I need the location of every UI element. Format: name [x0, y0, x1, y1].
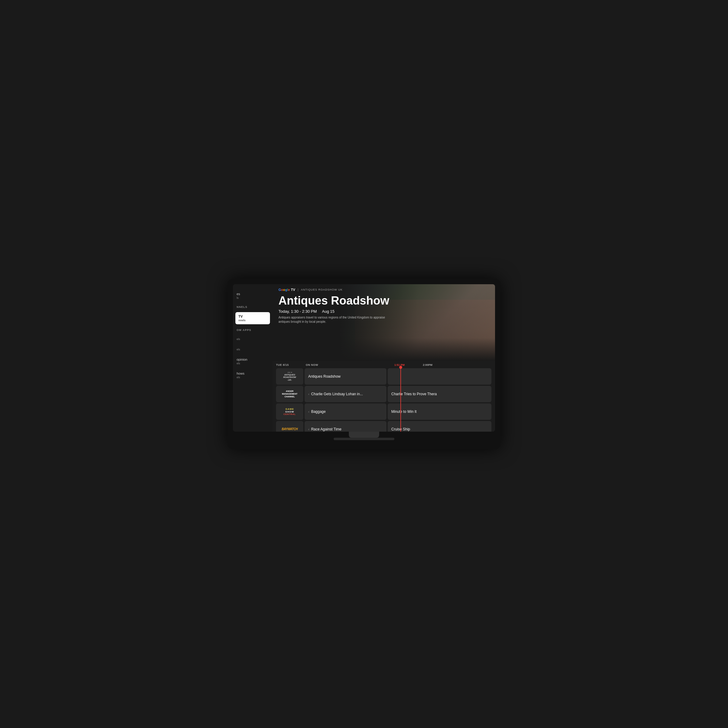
sidebar-shows-sublabel: els — [237, 376, 269, 379]
sidebar-item-apps-sublabel: els — [237, 338, 269, 341]
program-antiques-current-text: Antiques Roadshow — [308, 374, 341, 379]
program-antiques-current[interactable]: Antiques Roadshow — [304, 368, 387, 385]
google-logo-e: e — [288, 288, 290, 292]
program-baywatch-current[interactable]: ‹ Race Against Time — [304, 421, 387, 432]
hero-date-text: Aug 15 — [322, 309, 335, 314]
program-gameshow-current-text: Baggage — [311, 410, 326, 414]
sidebar-opinion-sublabel: els — [237, 362, 269, 365]
anger-logo-text: ANGER MANAGEMENT CHANNEL — [282, 390, 298, 398]
sidebar-shows-label: hows — [237, 372, 245, 375]
sidebar-item-sublabel: ls — [237, 296, 269, 300]
header-divider: | — [298, 288, 298, 292]
program-anger-current[interactable]: ‹ Charlie Gets Lindsay Lohan in... — [304, 386, 387, 402]
sidebar-item-item2[interactable]: els — [233, 346, 272, 353]
sidebar-item-label: es — [237, 292, 240, 296]
program-anger-current-text: Charlie Gets Lindsay Lohan in... — [311, 392, 363, 396]
google-logo-g: G — [278, 288, 281, 292]
sidebar-item-tv-sublabel: nnels — [239, 319, 267, 322]
main-content: Google TV | ANTIQUES ROADSHOW UK Antique… — [272, 284, 495, 432]
program-baywatch-next[interactable]: Cruise Ship — [388, 421, 491, 432]
guide-section: TUE 8/15 ON NOW 1:51 PM 2:00PM ✦✦✦ ANTIQ… — [272, 361, 495, 432]
gameshow-game-text: GAME — [286, 408, 294, 410]
antiques-logo-text: ✦✦✦ ANTIQUES ROADSHOW -UK- — [282, 370, 297, 382]
hero-content: Google TV | ANTIQUES ROADSHOW UK Antique… — [272, 284, 495, 327]
sidebar-item-item2-sublabel: els — [237, 348, 269, 351]
tv-screen: es ls NNELS TV nnels OM APPS els els opi… — [233, 284, 495, 432]
sidebar: es ls NNELS TV nnels OM APPS els els opi… — [233, 284, 272, 432]
google-tv-header: Google TV | ANTIQUES ROADSHOW UK — [278, 288, 489, 292]
guide-next-time: 2:00PM — [423, 363, 433, 366]
hero-section: Google TV | ANTIQUES ROADSHOW UK Antique… — [272, 284, 495, 361]
guide-row-gameshow: GAME SHOW CENTRAL ‹ Baggage Minute to Wi… — [276, 404, 491, 420]
gameshow-show-text: SHOW — [286, 410, 294, 413]
hero-time: Today, 1:30 - 2:30 PM Aug 15 — [278, 309, 489, 314]
guide-row-anger: ANGER MANAGEMENT CHANNEL ‹ Charlie Gets … — [276, 386, 491, 402]
program-anger-next[interactable]: Charlie Tries to Prove Thera — [388, 386, 491, 402]
sidebar-item-tv[interactable]: TV nnels — [236, 312, 270, 324]
guide-header: TUE 8/15 ON NOW 1:51 PM 2:00PM — [276, 361, 491, 368]
channel-logo-antiques[interactable]: ✦✦✦ ANTIQUES ROADSHOW -UK- — [276, 368, 303, 385]
channel-logo-gameshow[interactable]: GAME SHOW CENTRAL — [276, 404, 303, 420]
program-anger-next-text: Charlie Tries to Prove Thera — [391, 392, 437, 396]
baywatch-logo-text: BAYWATCH — [282, 427, 298, 431]
sidebar-item-shows[interactable]: hows els — [233, 370, 272, 381]
guide-onnow-header: ON NOW — [303, 363, 385, 366]
program-gameshow-next[interactable]: Minute to Win It — [388, 404, 491, 420]
sidebar-section-apps: OM APPS — [233, 327, 272, 332]
google-logo-g2: g — [285, 288, 287, 292]
sidebar-section-channels: NNELS — [233, 304, 272, 309]
sidebar-item-es[interactable]: es ls — [233, 290, 272, 301]
chevron-icon-gameshow: ‹ — [308, 410, 309, 413]
tv-frame: es ls NNELS TV nnels OM APPS els els opi… — [228, 279, 500, 449]
program-baywatch-current-text: Race Against Time — [311, 427, 341, 431]
channel-logo-baywatch[interactable]: BAYWATCH — [276, 421, 303, 432]
sidebar-item-opinion[interactable]: opinion els — [233, 356, 272, 367]
hero-time-text: Today, 1:30 - 2:30 PM — [278, 309, 317, 314]
sidebar-item-apps[interactable]: els — [233, 335, 272, 343]
tv-stand — [349, 432, 379, 438]
guide-date-header: TUE 8/15 — [276, 363, 303, 366]
tv-stand-base — [334, 438, 394, 440]
chevron-icon-baywatch: ‹ — [308, 427, 309, 431]
channel-logo-anger[interactable]: ANGER MANAGEMENT CHANNEL — [276, 386, 303, 402]
google-tv-text: TV — [291, 288, 295, 292]
hero-show-label: ANTIQUES ROADSHOW UK — [301, 288, 343, 291]
guide-row-baywatch: BAYWATCH ‹ Race Against Time Cruise Ship — [276, 421, 491, 432]
guide-row-antiques: ✦✦✦ ANTIQUES ROADSHOW -UK- Antiques Road… — [276, 368, 491, 385]
gameshow-logo-text: GAME SHOW CENTRAL — [284, 408, 296, 415]
program-antiques-next[interactable] — [388, 368, 491, 385]
hero-title: Antiques Roadshow — [278, 295, 489, 307]
chevron-icon-anger: ‹ — [308, 392, 309, 396]
sidebar-opinion-label: opinion — [237, 358, 247, 361]
gameshow-central-text: CENTRAL — [284, 413, 296, 415]
google-tv-logo: Google TV — [278, 288, 295, 292]
program-gameshow-next-text: Minute to Win It — [391, 410, 416, 414]
hero-description: Antiques appraisers travel to various re… — [278, 315, 394, 324]
guide-rows: ✦✦✦ ANTIQUES ROADSHOW -UK- Antiques Road… — [276, 368, 491, 432]
time-indicator-line — [401, 366, 401, 432]
program-gameshow-current[interactable]: ‹ Baggage — [304, 404, 387, 420]
sidebar-item-tv-label: TV — [239, 315, 243, 318]
